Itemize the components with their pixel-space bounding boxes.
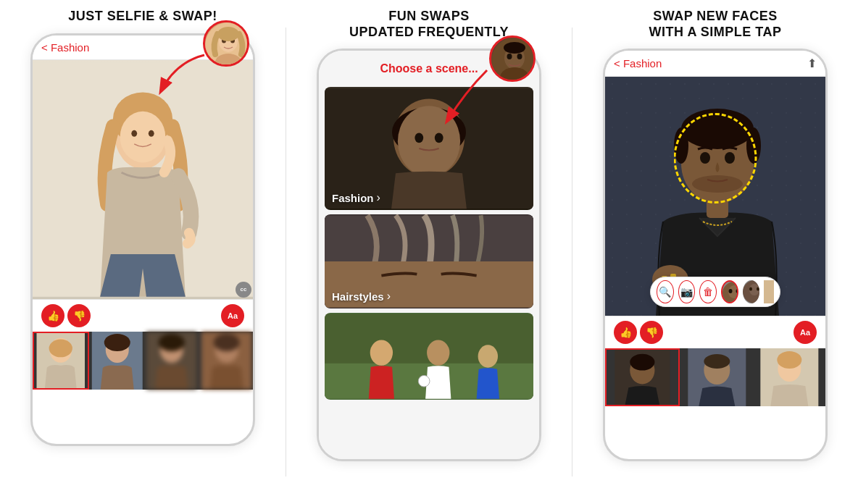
svg-point-66 (749, 287, 752, 291)
cc-badge: cc (236, 282, 251, 298)
thumb-1-3[interactable] (145, 332, 199, 390)
scene-arrow-2: › (387, 290, 391, 303)
thumb-1-4[interactable] (200, 332, 254, 390)
svg-point-77 (778, 351, 802, 369)
svg-rect-68 (764, 280, 774, 303)
svg-point-23 (213, 334, 239, 351)
svg-point-17 (104, 334, 130, 351)
svg-point-35 (435, 133, 443, 143)
svg-point-28 (517, 54, 522, 59)
scene-item-fashion[interactable]: Fashion › (325, 87, 533, 210)
face-thumb-3[interactable] (764, 280, 774, 303)
svg-point-43 (478, 345, 498, 368)
svg-point-5 (217, 27, 239, 41)
phone-3: < Fashion ⬆ (603, 49, 828, 461)
like-group-3: 👍 👎 (614, 321, 663, 344)
scene-label-hairstyles: Hairstyles (332, 290, 384, 303)
svg-point-34 (415, 133, 423, 143)
panel-2: FUN SWAPS UPDATED FREQUENTLY (286, 0, 572, 504)
svg-point-14 (49, 339, 72, 357)
panel3-title: SWAP NEW FACES WITH A SIMPLE TAP (649, 9, 782, 40)
phone-nav-3: < Fashion ⬆ (605, 51, 825, 77)
toolbar-3: 👍 👎 Aa (605, 316, 825, 348)
svg-point-29 (504, 42, 525, 54)
svg-point-11 (149, 130, 154, 136)
thumb-1-1[interactable] (33, 332, 89, 390)
search-icon-btn[interactable]: 🔍 (657, 280, 674, 303)
model-image-1: cc (33, 60, 253, 299)
svg-point-42 (427, 340, 449, 366)
svg-point-20 (159, 334, 185, 351)
thumb-strip-1 (33, 332, 253, 390)
phone-1: < Fashion (30, 33, 255, 446)
phone-frame-1: < Fashion (30, 33, 255, 446)
svg-point-41 (370, 340, 393, 366)
scene-arrow-1: › (377, 191, 380, 204)
scene-item-sports[interactable] (325, 313, 533, 400)
model-svg-1 (33, 60, 253, 299)
scene-item-hairstyles[interactable]: Hairstyles › (325, 214, 533, 308)
panel1-title: JUST SELFIE & SWAP! (68, 9, 217, 25)
share-button[interactable]: ⬆ (807, 56, 817, 70)
dislike-button[interactable]: 👎 (67, 304, 91, 327)
phone-frame-3: < Fashion ⬆ (603, 49, 828, 461)
thumb-3-2[interactable] (681, 348, 753, 406)
svg-point-44 (418, 376, 430, 387)
panel2-title: FUN SWAPS UPDATED FREQUENTLY (349, 9, 509, 40)
like-button-3[interactable]: 👍 (614, 321, 637, 344)
back-button-1[interactable]: < Fashion (41, 41, 89, 54)
svg-point-9 (120, 111, 166, 162)
svg-point-67 (757, 287, 759, 291)
camera-icon-btn[interactable]: 📷 (678, 280, 696, 303)
thumb-3-1[interactable] (605, 348, 680, 406)
face-thumb-1[interactable] (721, 280, 738, 303)
main-image-3: 🔍 📷 🗑 (605, 77, 825, 316)
svg-point-62 (728, 289, 732, 293)
panel-1: JUST SELFIE & SWAP! (0, 0, 286, 504)
thumb-3-3[interactable] (754, 348, 825, 406)
delete-icon-btn[interactable]: 🗑 (699, 280, 717, 303)
choose-scene-text: Choose a scene... (380, 62, 478, 75)
face-circle-1 (203, 20, 249, 67)
like-group-1: 👍 👎 (41, 304, 91, 327)
face-circle-2 (489, 35, 536, 82)
toolbar-1: 👍 👎 Aa (33, 299, 253, 332)
aa-button[interactable]: Aa (221, 304, 244, 327)
thumb-strip-3 (605, 348, 825, 406)
thumb-1-2[interactable] (91, 332, 144, 390)
svg-point-33 (398, 106, 460, 177)
face-thumb-2[interactable] (743, 280, 759, 303)
like-button[interactable]: 👍 (41, 304, 64, 327)
scene-label-fashion: Fashion (332, 192, 374, 204)
face-select-bar: 🔍 📷 🗑 (650, 277, 780, 307)
svg-point-27 (507, 54, 512, 59)
aa-button-3[interactable]: Aa (794, 321, 817, 344)
svg-point-10 (131, 130, 137, 136)
panel-3: SWAP NEW FACES WITH A SIMPLE TAP < Fashi… (572, 0, 858, 504)
svg-point-71 (630, 354, 654, 371)
back-button-3[interactable]: < Fashion (614, 57, 662, 70)
phone-frame-2: Choose a scene... (317, 49, 541, 461)
scene-list: Fashion › (319, 51, 539, 459)
dislike-button-3[interactable]: 👎 (640, 321, 663, 344)
svg-point-74 (704, 354, 730, 369)
face-dotted-circle (674, 113, 757, 203)
phone-2: Choose a scene... (317, 49, 541, 461)
